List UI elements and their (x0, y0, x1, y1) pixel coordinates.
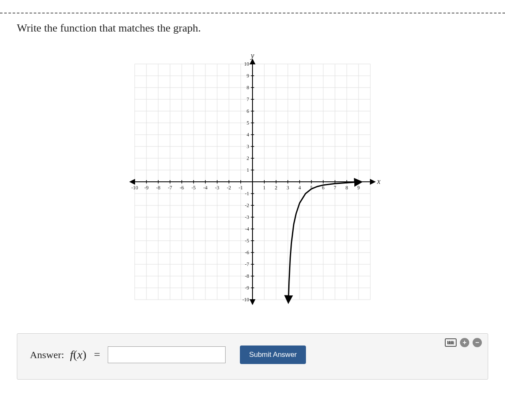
svg-text:8: 8 (247, 85, 249, 90)
svg-text:-8: -8 (245, 273, 249, 279)
answer-panel: + − Answer: f(x) = Submit Answer (17, 333, 488, 380)
svg-text:-5: -5 (191, 185, 196, 191)
zoom-out-icon[interactable]: − (473, 338, 482, 347)
svg-text:-7: -7 (245, 261, 249, 267)
svg-text:-2: -2 (245, 202, 249, 208)
zoom-in-icon[interactable]: + (460, 338, 469, 347)
answer-label: Answer: (30, 349, 64, 361)
svg-text:1: 1 (263, 185, 266, 191)
equals-sign: = (94, 348, 100, 361)
keyboard-icon[interactable] (445, 338, 457, 347)
svg-text:x: x (377, 177, 380, 186)
svg-text:-7: -7 (168, 185, 172, 191)
answer-input[interactable] (108, 346, 226, 363)
svg-text:8: 8 (346, 185, 348, 191)
svg-text:5: 5 (247, 120, 249, 126)
svg-text:-8: -8 (156, 185, 160, 191)
svg-text:4: 4 (298, 185, 301, 191)
function-notation: f(x) (70, 348, 86, 362)
svg-text:-10: -10 (242, 297, 249, 303)
svg-text:-9: -9 (144, 185, 149, 191)
divider (0, 13, 505, 13)
svg-text:-1: -1 (245, 191, 249, 197)
svg-text:-3: -3 (215, 185, 219, 191)
submit-answer-button[interactable]: Submit Answer (240, 346, 306, 364)
svg-text:9: 9 (247, 73, 249, 79)
svg-text:2: 2 (247, 155, 249, 161)
svg-text:4: 4 (247, 132, 249, 138)
svg-text:-4: -4 (245, 226, 249, 232)
coordinate-plane-chart: -10-9-8-7-6-5-4-3-2-1123456789-10-9-8-7-… (118, 47, 387, 316)
svg-text:6: 6 (247, 108, 249, 114)
question-prompt: Write the function that matches the grap… (17, 22, 488, 35)
svg-text:-3: -3 (245, 214, 249, 220)
svg-text:-5: -5 (245, 238, 249, 244)
svg-text:3: 3 (287, 185, 289, 191)
svg-text:1: 1 (247, 167, 249, 173)
svg-text:-2: -2 (227, 185, 231, 191)
svg-text:3: 3 (247, 144, 249, 149)
svg-text:7: 7 (247, 96, 249, 102)
svg-text:10: 10 (244, 61, 249, 67)
svg-text:-10: -10 (131, 185, 138, 191)
svg-text:-6: -6 (180, 185, 184, 191)
svg-text:9: 9 (357, 185, 360, 191)
svg-text:-9: -9 (245, 285, 249, 291)
chart-container: -10-9-8-7-6-5-4-3-2-1123456789-10-9-8-7-… (17, 47, 488, 316)
svg-text:2: 2 (275, 185, 277, 191)
svg-text:-6: -6 (245, 250, 249, 255)
svg-text:-4: -4 (203, 185, 207, 191)
svg-text:-1: -1 (239, 185, 243, 191)
svg-text:y: y (250, 51, 254, 60)
svg-text:7: 7 (334, 185, 336, 191)
